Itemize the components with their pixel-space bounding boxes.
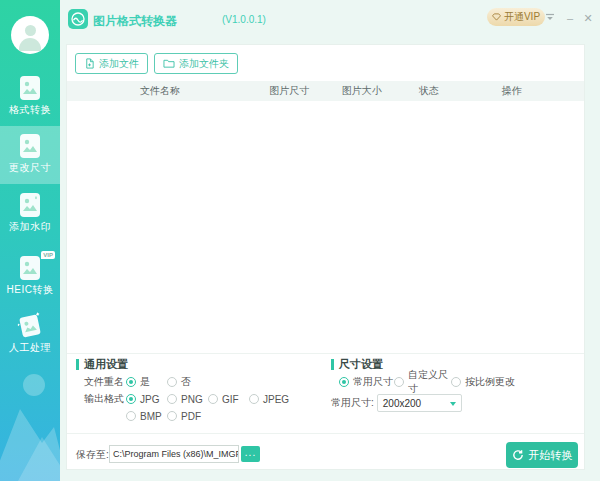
column-header-dimensions: 图片尺寸 [253,84,325,98]
column-header-filename: 文件名称 [67,84,253,98]
add-folder-label: 添加文件夹 [179,57,229,71]
radio-icon[interactable] [167,411,177,421]
preset-size-value: 200x200 [383,398,421,409]
radio-icon[interactable] [167,394,177,404]
gem-icon [492,13,501,21]
format-option-jpg[interactable]: JPG [126,394,167,405]
column-header-filesize: 图片大小 [325,84,397,98]
radio-icon[interactable] [394,377,404,387]
size-mode-ratio[interactable]: 按比例更改 [451,375,515,389]
file-table-header: 文件名称 图片尺寸 图片大小 状态 操作 [67,81,584,101]
sidebar-item-format-convert[interactable]: 格式转换 [0,68,60,126]
size-settings-header: 尺寸设置 [331,357,383,372]
toolbar: 添加文件 添加文件夹 [75,53,238,74]
sidebar-item-label: 人工处理 [0,341,60,355]
rename-label: 文件重名 [84,375,126,389]
mountains-decoration [0,371,60,481]
preset-size-select[interactable]: 200x200 [377,394,462,412]
format-option-pdf[interactable]: PDF [167,411,208,422]
radio-icon[interactable] [167,377,177,387]
format-option-png[interactable]: PNG [167,394,208,405]
format-convert-icon [17,75,43,101]
add-folder-icon [163,58,175,69]
radio-icon[interactable] [451,377,461,387]
radio-icon[interactable] [126,377,136,387]
radio-icon[interactable] [126,411,136,421]
add-file-icon [84,58,95,69]
size-mode-row: 常用尺寸 自定义尺寸 按比例更改 [339,375,515,389]
user-avatar[interactable] [11,16,49,54]
column-header-action: 操作 [460,84,563,98]
app-logo-icon [68,9,88,29]
sidebar-item-resize[interactable]: 更改尺寸 [0,126,60,184]
format-label: 输出格式 [84,392,126,406]
format-option-gif[interactable]: GIF [208,394,249,405]
radio-icon[interactable] [208,394,218,404]
radio-icon[interactable] [249,394,259,404]
radio-icon[interactable] [339,377,349,387]
sidebar-item-watermark[interactable]: 添加水印 [0,185,60,243]
save-path-input[interactable]: C:\Program Files (x86)\M_IMGFORMA [109,445,239,463]
main-panel: 添加文件 添加文件夹 文件名称 图片尺寸 图片大小 状态 操作 通用设置 文件重… [66,44,585,470]
sidebar-item-manual-process[interactable]: 人工处理 [0,306,60,364]
chevron-down-icon [450,402,456,406]
vip-badge: VIP [41,251,55,259]
sidebar-item-label: 添加水印 [0,220,60,234]
watermark-icon [17,192,43,218]
close-button[interactable]: ✕ [580,10,596,26]
sidebar-item-heic-convert[interactable]: VIP HEIC转换 [0,248,60,306]
accent-bar [331,359,334,370]
browse-button[interactable]: ... [241,446,260,462]
rename-setting-row: 文件重名 是 否 [84,375,208,389]
sidebar-item-label: 更改尺寸 [0,161,60,175]
rename-option-no[interactable]: 否 [167,375,208,389]
start-convert-button[interactable]: 开始转换 [506,442,578,468]
sidebar-item-label: 格式转换 [0,103,60,117]
refresh-icon [512,449,524,461]
general-settings-header: 通用设置 [76,357,128,372]
radio-icon[interactable] [126,394,136,404]
manual-process-icon [15,311,46,342]
app-window: 格式转换 更改尺寸 添加水印 VIP HEIC转换 人工处理 [0,0,600,481]
preset-size-label: 常用尺寸: [331,396,374,410]
sidebar: 格式转换 更改尺寸 添加水印 VIP HEIC转换 人工处理 [0,0,60,481]
menu-dropdown-icon[interactable] [542,10,558,26]
save-to-label: 保存至: [76,448,109,462]
open-vip-button[interactable]: 开通VIP [487,8,545,26]
divider [67,353,584,354]
format-setting-row-2: BMP PDF [126,409,208,423]
avatar-person-icon [25,25,36,36]
footer-bar: 保存至: C:\Program Files (x86)\M_IMGFORMA .… [67,441,584,467]
accent-bar [76,359,79,370]
rename-option-yes[interactable]: 是 [126,375,167,389]
preset-size-row: 常用尺寸: 200x200 [331,394,462,412]
size-mode-preset[interactable]: 常用尺寸 [339,375,394,389]
size-mode-custom[interactable]: 自定义尺寸 [394,368,451,396]
titlebar: 图片格式转换器 (V1.0.0.1) 开通VIP – ✕ [60,0,600,42]
vip-label: 开通VIP [504,10,540,24]
format-setting-row: 输出格式 JPG PNG GIF JPEG [84,392,290,406]
add-folder-button[interactable]: 添加文件夹 [154,53,238,74]
start-convert-label: 开始转换 [529,448,573,463]
divider [67,433,584,434]
format-option-jpeg[interactable]: JPEG [249,394,290,405]
add-file-label: 添加文件 [99,57,139,71]
sidebar-item-label: HEIC转换 [0,283,60,297]
add-file-button[interactable]: 添加文件 [75,53,148,74]
app-version: (V1.0.0.1) [222,14,266,25]
column-header-status: 状态 [398,84,460,98]
heic-convert-icon [17,255,43,281]
app-title: 图片格式转换器 [93,13,177,30]
resize-icon [17,133,43,159]
minimize-button[interactable]: – [562,10,578,26]
format-option-bmp[interactable]: BMP [126,411,167,422]
